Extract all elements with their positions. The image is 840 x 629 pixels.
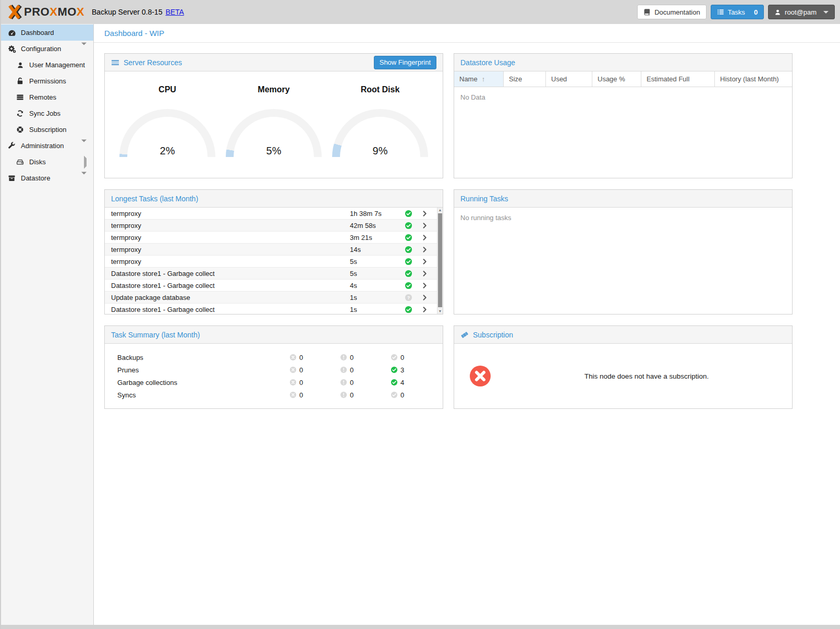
beta-link[interactable]: BETA: [165, 8, 184, 16]
vertical-scrollbar[interactable]: ▲ ▼: [437, 208, 443, 314]
column-header-usage-pct[interactable]: Usage %: [592, 71, 641, 87]
status-ok-icon: [405, 246, 413, 253]
sidebar-item-administration[interactable]: Administration: [1, 138, 93, 154]
sidebar-item-label: Dashboard: [21, 29, 54, 37]
sidebar-item-label: Sync Jobs: [29, 110, 60, 117]
proxmox-logo: PROXMOX: [7, 5, 84, 19]
panel-title: Datastore Usage: [460, 58, 515, 67]
task-row[interactable]: Datastore store1 - Garbage collect 1s: [105, 304, 443, 314]
archive-icon: [7, 174, 16, 183]
chevron-right-icon[interactable]: [421, 246, 428, 253]
user-label: root@pam: [785, 8, 817, 16]
scroll-up-icon[interactable]: ▲: [437, 208, 443, 213]
sidebar-item-subscription[interactable]: Subscription: [1, 122, 93, 138]
ticket-icon: [460, 331, 469, 339]
chevron-right-icon[interactable]: [421, 210, 428, 217]
task-row[interactable]: termproxy 42m 58s: [105, 220, 443, 232]
subscription-message: This node does not have a subscription.: [506, 372, 792, 380]
sidebar-item-permissions[interactable]: Permissions: [1, 73, 93, 89]
server-icon: [16, 93, 25, 102]
brand-wordmark: PROXMOX: [24, 5, 84, 19]
cpu-gauge-value: 2%: [119, 145, 215, 157]
datastore-usage-table-header: Name ↑ Size Used Usage % Estimated Full …: [454, 71, 792, 87]
sort-ascending-icon: ↑: [482, 75, 485, 83]
chevron-right-icon[interactable]: [421, 294, 428, 301]
root-disk-gauge: Root Disk 9%: [332, 85, 428, 157]
longest-tasks-panel: Longest Tasks (last Month) termproxy 1h …: [104, 189, 443, 314]
subscription-panel: Subscription This node does not have a s…: [454, 325, 793, 409]
task-row[interactable]: Update package database 1s ?: [105, 292, 443, 304]
unlock-icon: [16, 77, 25, 86]
panel-title: Server Resources: [124, 58, 182, 67]
error-count-icon: [289, 379, 297, 386]
chevron-right-icon[interactable]: [84, 158, 87, 166]
ok-count-icon: [391, 391, 398, 398]
cogs-icon: [7, 45, 16, 53]
root-disk-gauge-value: 9%: [332, 145, 428, 157]
column-header-history[interactable]: History (last Month): [715, 71, 792, 87]
sidebar-item-user-management[interactable]: User Management: [1, 57, 93, 73]
sidebar-item-remotes[interactable]: Remotes: [1, 89, 93, 105]
cpu-gauge: CPU 2%: [119, 85, 215, 157]
status-ok-icon: [405, 270, 413, 277]
sidebar-item-sync-jobs[interactable]: Sync Jobs: [1, 105, 93, 122]
task-row[interactable]: termproxy 1h 38m 7s: [105, 208, 443, 220]
documentation-button[interactable]: Documentation: [637, 5, 706, 19]
column-header-name[interactable]: Name ↑: [454, 71, 504, 87]
sidebar-item-datastore[interactable]: Datastore: [1, 170, 93, 186]
book-icon: [643, 8, 651, 16]
task-row[interactable]: Datastore store1 - Garbage collect 4s: [105, 280, 443, 292]
sidebar-item-label: Configuration: [21, 45, 61, 53]
task-row[interactable]: termproxy 3m 21s: [105, 232, 443, 244]
page-title: Dashboard - WIP: [104, 29, 164, 38]
chevron-right-icon[interactable]: [421, 270, 428, 277]
task-summary-panel: Task Summary (last Month) Backups 0 0 0: [104, 325, 443, 409]
task-row[interactable]: termproxy 14s: [105, 244, 443, 256]
task-row[interactable]: termproxy 5s: [105, 256, 443, 268]
wrench-icon: [7, 142, 16, 150]
ok-count-icon: [391, 354, 398, 361]
top-header: PROXMOX Backup Server 0.8-15 BETA Docume…: [1, 0, 840, 24]
chevron-right-icon[interactable]: [421, 234, 428, 241]
page-titlebar: Dashboard - WIP: [94, 24, 840, 43]
status-ok-icon: [405, 222, 413, 229]
sidebar-item-label: Datastore: [21, 174, 50, 182]
longest-tasks-list: termproxy 1h 38m 7s termproxy 42m 58s: [105, 208, 443, 314]
chevron-right-icon[interactable]: [421, 282, 428, 289]
chevron-right-icon[interactable]: [421, 306, 428, 313]
task-list-icon: [717, 8, 724, 16]
sidebar-item-dashboard[interactable]: Dashboard: [1, 25, 93, 41]
show-fingerprint-button[interactable]: Show Fingerprint: [374, 56, 436, 69]
tasks-button[interactable]: Tasks 0: [711, 5, 764, 19]
sync-icon: [16, 110, 25, 118]
chevron-down-icon[interactable]: [81, 174, 87, 182]
column-header-size[interactable]: Size: [504, 71, 546, 87]
task-row[interactable]: Datastore store1 - Garbage collect 5s: [105, 268, 443, 280]
app-window: PROXMOX Backup Server 0.8-15 BETA Docume…: [0, 0, 840, 629]
no-data-text: No Data: [454, 87, 792, 107]
scroll-down-icon[interactable]: ▼: [437, 309, 443, 314]
error-count-icon: [289, 391, 297, 398]
life-ring-icon: [16, 126, 25, 134]
chevron-right-icon[interactable]: [421, 258, 428, 265]
chevron-down-icon[interactable]: [81, 45, 87, 53]
panel-title: Running Tasks: [460, 195, 508, 203]
warning-count-icon: [340, 354, 347, 361]
hdd-icon: [16, 158, 25, 166]
user-menu-button[interactable]: root@pam: [768, 5, 835, 19]
warning-count-icon: [340, 366, 347, 373]
error-count-icon: [289, 366, 297, 373]
ok-count-icon: [391, 366, 398, 373]
scrollbar-thumb[interactable]: [438, 213, 442, 307]
column-header-estimated-full[interactable]: Estimated Full: [641, 71, 715, 87]
status-ok-icon: [405, 282, 413, 289]
column-header-used[interactable]: Used: [546, 71, 592, 87]
chevron-down-icon[interactable]: [81, 142, 87, 150]
sidebar-item-label: Disks: [29, 158, 46, 166]
sidebar-item-configuration[interactable]: Configuration: [1, 41, 93, 57]
sidebar-item-disks[interactable]: Disks: [1, 154, 93, 170]
panel-title: Task Summary (last Month): [111, 331, 200, 339]
status-ok-icon: [405, 210, 413, 217]
chevron-right-icon[interactable]: [421, 222, 428, 229]
status-ok-icon: [405, 234, 413, 241]
